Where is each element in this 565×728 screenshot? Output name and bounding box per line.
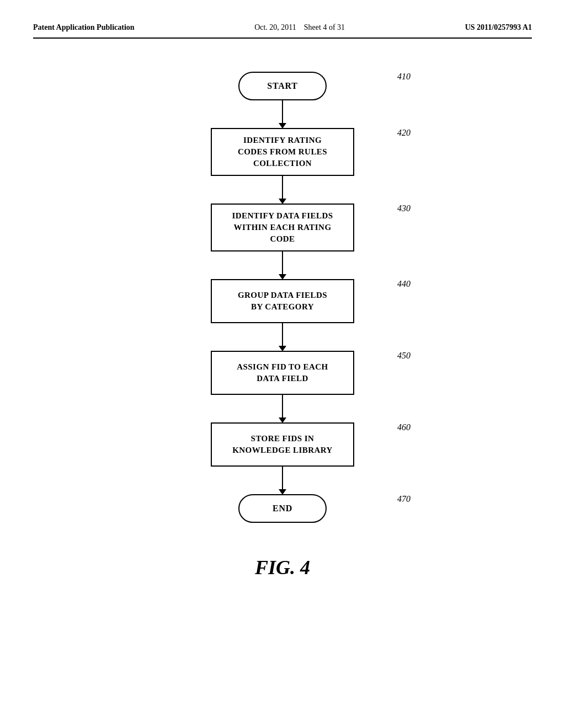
step-460-label: 460 (397, 422, 411, 432)
step-430-wrapper: 430 IDENTIFY DATA FIELDSWITHIN EACH RATI… (33, 204, 532, 251)
figure-caption: FIG. 4 (33, 556, 532, 579)
step-420-label: 420 (397, 128, 411, 138)
step-460-box: STORE FIDS INKNOWLEDGE LIBRARY (211, 422, 354, 467)
step-450-label: 450 (397, 351, 411, 361)
step-450-wrapper: 450 ASSIGN FID TO EACHDATA FIELD (33, 351, 532, 395)
step-440-wrapper: 440 GROUP DATA FIELDSBY CATEGORY (33, 279, 532, 323)
step-410-start: START (238, 72, 327, 100)
arrow-410-420 (282, 100, 283, 128)
step-470-label: 470 (397, 494, 411, 504)
arrow-450-460 (282, 395, 283, 422)
step-430-text: IDENTIFY DATA FIELDSWITHIN EACH RATINGCO… (232, 210, 333, 245)
step-470-wrapper: 470 END (33, 494, 532, 523)
step-450-box: ASSIGN FID TO EACHDATA FIELD (211, 351, 354, 395)
page-header: Patent Application Publication Oct. 20, … (33, 22, 532, 39)
header-date-sheet: Oct. 20, 2011 Sheet 4 of 31 (254, 22, 345, 33)
flowchart: 410 START 420 IDENTIFY RATINGCODES FROM … (33, 61, 532, 523)
header-date: Oct. 20, 2011 (254, 23, 296, 31)
step-450-text: ASSIGN FID TO EACHDATA FIELD (237, 361, 328, 384)
arrow-420-430 (282, 176, 283, 204)
step-460-text: STORE FIDS INKNOWLEDGE LIBRARY (232, 433, 333, 456)
arrow-430-440 (282, 251, 283, 279)
header-publication-label: Patent Application Publication (33, 22, 135, 33)
header-patent-number: US 2011/0257993 A1 (465, 22, 532, 33)
step-440-box: GROUP DATA FIELDSBY CATEGORY (211, 279, 354, 323)
step-460-wrapper: 460 STORE FIDS INKNOWLEDGE LIBRARY (33, 422, 532, 467)
step-430-label: 430 (397, 204, 411, 213)
step-440-text: GROUP DATA FIELDSBY CATEGORY (238, 290, 327, 313)
step-470-end: END (238, 494, 327, 523)
step-410-wrapper: 410 START (33, 72, 532, 100)
step-410-label: 410 (397, 72, 411, 82)
step-420-wrapper: 420 IDENTIFY RATINGCODES FROM RULESCOLLE… (33, 128, 532, 176)
step-420-text: IDENTIFY RATINGCODES FROM RULESCOLLECTIO… (238, 135, 327, 169)
step-420-box: IDENTIFY RATINGCODES FROM RULESCOLLECTIO… (211, 128, 354, 176)
arrow-460-470 (282, 467, 283, 494)
arrow-440-450 (282, 323, 283, 351)
header-sheet: Sheet 4 of 31 (304, 23, 345, 31)
step-440-label: 440 (397, 279, 411, 289)
page: Patent Application Publication Oct. 20, … (0, 0, 565, 728)
step-430-box: IDENTIFY DATA FIELDSWITHIN EACH RATINGCO… (211, 204, 354, 251)
